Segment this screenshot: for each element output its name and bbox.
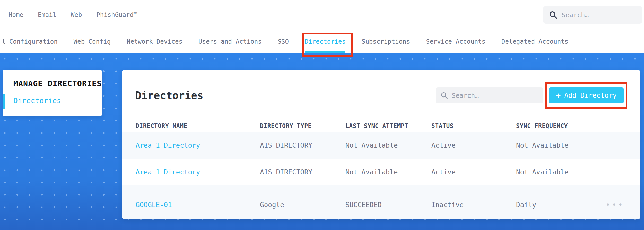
ellipsis-icon[interactable]: •••: [606, 201, 631, 209]
table-row: Area 1 Directory A1S_DIRECTORY Not Avail…: [122, 159, 640, 185]
sync-frequency-cell: Daily: [516, 201, 606, 209]
nav-item-email[interactable]: Email: [38, 11, 56, 19]
col-last-sync-attempt: LAST SYNC ATTEMPT: [345, 122, 431, 129]
directory-type-cell: Google: [260, 201, 345, 209]
col-status: STATUS: [431, 122, 516, 129]
tab-delegated-accounts[interactable]: Delegated Accounts: [501, 31, 568, 53]
manage-directories-heading: MANAGE DIRECTORIES: [13, 79, 102, 88]
directory-name-link[interactable]: GOOGLE-01: [136, 201, 260, 209]
table-row: GOOGLE-01 Google SUCCEEDED Inactive Dail…: [122, 185, 640, 219]
sidebar-item-directories[interactable]: Directories: [13, 96, 102, 105]
table-header-row: DIRECTORY NAME DIRECTORY TYPE LAST SYNC …: [122, 120, 640, 132]
page-title: Directories: [135, 90, 203, 101]
content-area: MANAGE DIRECTORIES Directories Directori…: [0, 53, 644, 230]
search-icon: [440, 92, 448, 99]
plus-icon: +: [556, 91, 561, 100]
panel-header-controls: + Add Directory: [436, 82, 627, 109]
tab-service-accounts[interactable]: Service Accounts: [426, 31, 485, 53]
col-sync-frequency: SYNC FREQUENCY: [516, 122, 606, 129]
global-search-box[interactable]: [543, 6, 642, 24]
nav-item-web[interactable]: Web: [71, 11, 82, 19]
tab-directories[interactable]: Directories: [305, 31, 346, 53]
sync-frequency-cell: Not Available: [516, 168, 606, 176]
add-directory-button[interactable]: + Add Directory: [549, 87, 624, 103]
search-icon: [549, 11, 558, 19]
manage-directories-card: MANAGE DIRECTORIES Directories: [3, 70, 102, 116]
settings-tab-bar: l Configuration Web Config Network Devic…: [0, 31, 644, 53]
status-cell: Active: [431, 168, 516, 176]
status-cell: Inactive: [431, 201, 516, 209]
nav-item-phishguard[interactable]: PhishGuard™: [96, 11, 137, 19]
tab-subscriptions[interactable]: Subscriptions: [362, 31, 410, 53]
tab-web-config[interactable]: Web Config: [74, 31, 111, 53]
tab-sso[interactable]: SSO: [278, 31, 289, 53]
directories-table: DIRECTORY NAME DIRECTORY TYPE LAST SYNC …: [122, 120, 640, 219]
directory-type-cell: A1S_DIRECTORY: [260, 141, 345, 149]
directories-panel: Directories + Add Directory: [122, 70, 640, 219]
directory-name-link[interactable]: Area 1 Directory: [136, 141, 260, 149]
panel-header: Directories + Add Directory: [135, 87, 627, 104]
table-row: Area 1 Directory A1S_DIRECTORY Not Avail…: [122, 132, 640, 159]
status-cell: Active: [431, 141, 516, 149]
col-directory-name: DIRECTORY NAME: [136, 122, 260, 129]
col-directory-type: DIRECTORY TYPE: [260, 122, 345, 129]
tab-users-and-actions[interactable]: Users and Actions: [198, 31, 262, 53]
tab-network-devices[interactable]: Network Devices: [127, 31, 182, 53]
add-directory-button-label: Add Directory: [564, 92, 617, 99]
last-sync-cell: SUCCEEDED: [345, 201, 431, 209]
tab-email-configuration-truncated[interactable]: l Configuration: [2, 31, 58, 53]
directories-search-input[interactable]: [452, 92, 538, 99]
directories-search-box[interactable]: [436, 87, 543, 103]
active-item-accent-bar: [3, 94, 5, 109]
brand-nav: Home Email Web PhishGuard™: [0, 0, 644, 30]
last-sync-cell: Not Available: [345, 141, 431, 149]
nav-item-home[interactable]: Home: [8, 11, 23, 19]
sync-frequency-cell: Not Available: [516, 141, 606, 149]
last-sync-cell: Not Available: [345, 168, 431, 176]
global-search-input[interactable]: [562, 11, 637, 19]
directory-name-link[interactable]: Area 1 Directory: [136, 168, 260, 176]
annotation-box-add-directory-button: + Add Directory: [545, 82, 627, 109]
directory-type-cell: A1S_DIRECTORY: [260, 168, 345, 176]
